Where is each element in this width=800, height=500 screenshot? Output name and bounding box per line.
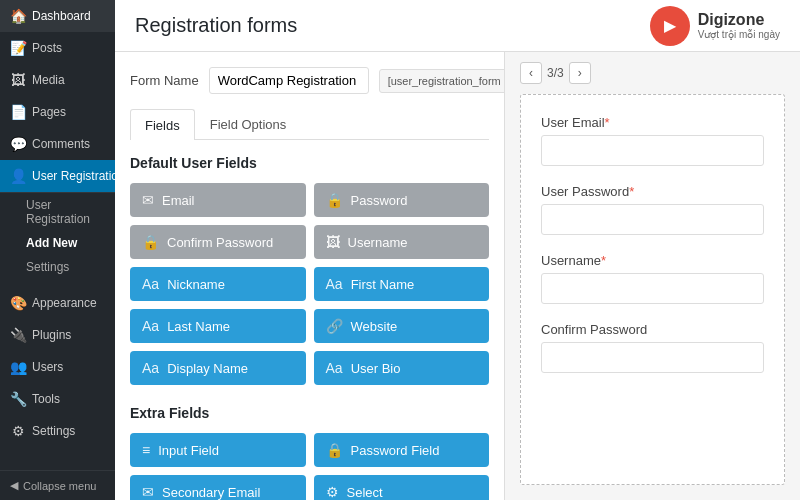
field-last-name[interactable]: Aa Last Name bbox=[130, 309, 306, 343]
userbio-field-icon: Aa bbox=[326, 360, 343, 376]
website-field-icon: 🔗 bbox=[326, 318, 343, 334]
extra-fields-title: Extra Fields bbox=[130, 405, 489, 421]
pwd-field-icon: 🔒 bbox=[326, 442, 343, 458]
required-marker: * bbox=[605, 115, 610, 130]
prev-page-button[interactable]: ‹ bbox=[520, 62, 542, 84]
field-user-bio[interactable]: Aa User Bio bbox=[314, 351, 490, 385]
field-label: Select bbox=[347, 485, 383, 500]
media-icon: 🖼 bbox=[10, 72, 26, 88]
field-confirm-password[interactable]: 🔒 Confirm Password bbox=[130, 225, 306, 259]
posts-icon: 📝 bbox=[10, 40, 26, 56]
plugins-icon: 🔌 bbox=[10, 327, 26, 343]
preview-username-input[interactable] bbox=[541, 273, 764, 304]
collapse-label: Collapse menu bbox=[23, 480, 96, 492]
field-website[interactable]: 🔗 Website bbox=[314, 309, 490, 343]
password-field-icon: 🔒 bbox=[326, 192, 343, 208]
preview-user-password-group: User Password* bbox=[541, 184, 764, 235]
sidebar-item-label: Users bbox=[32, 360, 63, 374]
preview-user-password-input[interactable] bbox=[541, 204, 764, 235]
confirm-pwd-field-icon: 🔒 bbox=[142, 234, 159, 250]
preview-confirm-password-input[interactable] bbox=[541, 342, 764, 373]
field-nickname[interactable]: Aa Nickname bbox=[130, 267, 306, 301]
field-label: Password Field bbox=[351, 443, 440, 458]
sidebar-item-label: Dashboard bbox=[32, 9, 91, 23]
default-fields-grid: ✉ Email 🔒 Password 🔒 Confirm Password 🖼 … bbox=[130, 183, 489, 385]
field-label: First Name bbox=[351, 277, 415, 292]
collapse-menu-button[interactable]: ◀ Collapse menu bbox=[0, 470, 115, 500]
sidebar-item-pages[interactable]: 📄 Pages bbox=[0, 96, 115, 128]
preview-user-email-group: User Email* bbox=[541, 115, 764, 166]
user-registration-icon: 👤 bbox=[10, 168, 26, 184]
extra-password-field[interactable]: 🔒 Password Field bbox=[314, 433, 490, 467]
field-label: User Bio bbox=[351, 361, 401, 376]
tabs-row: Fields Field Options bbox=[130, 109, 489, 140]
sec-email-icon: ✉ bbox=[142, 484, 154, 500]
sidebar-item-tools[interactable]: 🔧 Tools bbox=[0, 383, 115, 415]
sidebar-subitem-user-reg[interactable]: User Registration bbox=[0, 193, 115, 231]
preview-confirm-password-label: Confirm Password bbox=[541, 322, 764, 337]
extra-secondary-email[interactable]: ✉ Secondary Email bbox=[130, 475, 306, 500]
sidebar-item-posts[interactable]: 📝 Posts bbox=[0, 32, 115, 64]
preview-user-email-label: User Email* bbox=[541, 115, 764, 130]
main-area: Registration forms ▶ Digizone Vượt trội … bbox=[115, 0, 800, 500]
field-password[interactable]: 🔒 Password bbox=[314, 183, 490, 217]
field-email[interactable]: ✉ Email bbox=[130, 183, 306, 217]
extra-fields-grid: ≡ Input Field 🔒 Password Field ✉ Seconda… bbox=[130, 433, 489, 500]
sidebar-item-users[interactable]: 👥 Users bbox=[0, 351, 115, 383]
email-field-icon: ✉ bbox=[142, 192, 154, 208]
sidebar-subitem-add-new[interactable]: Add New bbox=[0, 231, 115, 255]
default-fields-title: Default User Fields bbox=[130, 155, 489, 171]
field-username[interactable]: 🖼 Username bbox=[314, 225, 490, 259]
logo-text: Digizone Vượt trội mỗi ngày bbox=[698, 10, 780, 41]
page-title: Registration forms bbox=[135, 14, 297, 37]
nickname-field-icon: Aa bbox=[142, 276, 159, 292]
form-name-input[interactable] bbox=[209, 67, 369, 94]
tools-icon: 🔧 bbox=[10, 391, 26, 407]
field-label: Username bbox=[348, 235, 408, 250]
form-name-label: Form Name bbox=[130, 73, 199, 88]
sidebar-item-label: Pages bbox=[32, 105, 66, 119]
tab-field-options[interactable]: Field Options bbox=[195, 109, 302, 139]
sidebar-item-appearance[interactable]: 🎨 Appearance bbox=[0, 287, 115, 319]
required-marker: * bbox=[629, 184, 634, 199]
field-label: Email bbox=[162, 193, 195, 208]
extra-input-field[interactable]: ≡ Input Field bbox=[130, 433, 306, 467]
next-page-button[interactable]: › bbox=[569, 62, 591, 84]
tab-fields[interactable]: Fields bbox=[130, 109, 195, 140]
field-display-name[interactable]: Aa Display Name bbox=[130, 351, 306, 385]
form-preview: User Email* User Password* Username* bbox=[520, 94, 785, 485]
extra-select[interactable]: ⚙ Select bbox=[314, 475, 490, 500]
shortcode-display[interactable]: [user_registration_form id="489"] bbox=[379, 69, 505, 93]
settings-icon: ⚙ bbox=[10, 423, 26, 439]
page-indicator: 3/3 bbox=[547, 66, 564, 80]
logo-brand: Digizone bbox=[698, 10, 780, 29]
required-marker: * bbox=[601, 253, 606, 268]
sidebar-item-plugins[interactable]: 🔌 Plugins bbox=[0, 319, 115, 351]
content-area: Form Name [user_registration_form id="48… bbox=[115, 52, 800, 500]
sidebar: 🏠 Dashboard 📝 Posts 🖼 Media 📄 Pages 💬 Co… bbox=[0, 0, 115, 500]
sidebar-item-settings[interactable]: ⚙ Settings bbox=[0, 415, 115, 447]
logo-area: ▶ Digizone Vượt trội mỗi ngày bbox=[650, 6, 780, 46]
sidebar-item-label: Plugins bbox=[32, 328, 71, 342]
field-label: Nickname bbox=[167, 277, 225, 292]
preview-username-group: Username* bbox=[541, 253, 764, 304]
field-label: Confirm Password bbox=[167, 235, 273, 250]
pages-icon: 📄 bbox=[10, 104, 26, 120]
sidebar-item-dashboard[interactable]: 🏠 Dashboard bbox=[0, 0, 115, 32]
field-first-name[interactable]: Aa First Name bbox=[314, 267, 490, 301]
sidebar-item-user-registration[interactable]: 👤 User Registration bbox=[0, 160, 115, 192]
sidebar-item-label: Media bbox=[32, 73, 65, 87]
user-registration-group: User Registration Add New Settings bbox=[0, 192, 115, 279]
sidebar-item-comments[interactable]: 💬 Comments bbox=[0, 128, 115, 160]
preview-confirm-password-group: Confirm Password bbox=[541, 322, 764, 373]
sidebar-item-label: Appearance bbox=[32, 296, 97, 310]
displayname-field-icon: Aa bbox=[142, 360, 159, 376]
sidebar-item-media[interactable]: 🖼 Media bbox=[0, 64, 115, 96]
users-icon: 👥 bbox=[10, 359, 26, 375]
sidebar-subitem-settings[interactable]: Settings bbox=[0, 255, 115, 279]
preview-user-email-input[interactable] bbox=[541, 135, 764, 166]
form-name-row: Form Name [user_registration_form id="48… bbox=[130, 67, 489, 94]
field-label: Secondary Email bbox=[162, 485, 260, 500]
sidebar-item-label: Settings bbox=[32, 424, 75, 438]
right-panel: ‹ 3/3 › User Email* User Password* bbox=[505, 52, 800, 500]
